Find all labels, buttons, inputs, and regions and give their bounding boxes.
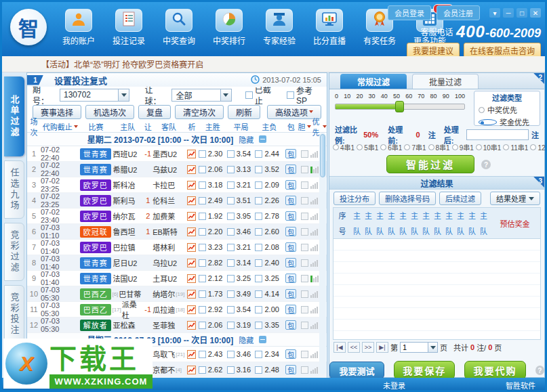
dan-checkbox[interactable] bbox=[301, 290, 308, 298]
after-count-input[interactable] bbox=[466, 129, 529, 140]
draw-checkbox[interactable] bbox=[227, 306, 235, 313]
page-input[interactable] bbox=[401, 343, 428, 352]
dan-checkbox[interactable] bbox=[301, 244, 308, 251]
match-row[interactable]: 6 07-03 01:10 欧冠联 鲁西坦 1 EB斯特 2.20 3.46 2… bbox=[27, 224, 327, 240]
lose-checkbox[interactable] bbox=[255, 197, 262, 204]
tab-normal-filter[interactable]: 常规过滤 bbox=[340, 74, 407, 89]
save-button[interactable]: 我要保存 bbox=[394, 361, 455, 380]
match-row[interactable]: 11 07-03 05:30 巴西乙 [17]派桑杜 -1 瓜拉迪[18] 2.… bbox=[27, 302, 327, 318]
dropdown-arrow-icon[interactable] bbox=[428, 343, 437, 352]
dan-checkbox[interactable] bbox=[301, 213, 308, 220]
trend-analysis-icon[interactable] bbox=[185, 321, 199, 330]
random-pick-button[interactable]: 机选场次 bbox=[85, 105, 134, 119]
trend-analysis-icon[interactable] bbox=[185, 274, 199, 283]
draw-checkbox[interactable] bbox=[227, 366, 235, 374]
trend-analysis-icon[interactable] bbox=[185, 196, 199, 205]
dan-checkbox[interactable] bbox=[301, 351, 308, 358]
draw-checkbox[interactable] bbox=[227, 181, 235, 189]
chain-radio[interactable]: 4串1 bbox=[333, 142, 354, 152]
match-row[interactable]: 10 07-03 05:30 巴西乙 [6]巴甘蒂 纳塔尔[19] 1.73 3… bbox=[27, 286, 327, 302]
maximize-icon[interactable]: □ bbox=[516, 8, 527, 18]
tab-batch-filter[interactable]: 批量过滤 bbox=[412, 74, 479, 89]
win-checkbox[interactable] bbox=[199, 244, 206, 251]
hide-link[interactable]: 隐藏 bbox=[239, 334, 254, 345]
chain-radio[interactable]: 5串1 bbox=[357, 142, 378, 152]
chain-radio[interactable]: 10串1 bbox=[476, 142, 502, 152]
lose-checkbox[interactable] bbox=[255, 166, 262, 173]
win-checkbox[interactable] bbox=[199, 213, 206, 220]
matches-scrollbar[interactable] bbox=[319, 133, 326, 374]
draw-checkbox[interactable] bbox=[227, 275, 235, 282]
match-row[interactable]: 1 07-02 22:40 世青赛 西班U2 -1 墨西U2 2.30 3.54… bbox=[27, 146, 327, 162]
lose-checkbox[interactable] bbox=[255, 181, 262, 189]
dan-checkbox[interactable] bbox=[301, 306, 308, 313]
followup-filter-button[interactable]: 后续过滤 bbox=[439, 192, 481, 205]
dan-checkbox[interactable] bbox=[301, 259, 308, 267]
bao-button[interactable]: 包 bbox=[285, 211, 296, 221]
bao-button[interactable]: 包 bbox=[285, 180, 296, 190]
draw-checkbox[interactable] bbox=[227, 213, 235, 220]
page-prev-button[interactable]: << bbox=[348, 342, 360, 353]
win-checkbox[interactable] bbox=[199, 322, 206, 329]
lose-checkbox[interactable] bbox=[255, 150, 262, 158]
dan-checkbox[interactable] bbox=[301, 150, 308, 158]
draw-checkbox[interactable] bbox=[227, 290, 235, 298]
replay-button[interactable]: 复盘 bbox=[138, 105, 171, 119]
draw-checkbox[interactable] bbox=[227, 351, 235, 358]
issue-select[interactable]: 130702 bbox=[60, 89, 129, 102]
dropdown-arrow-icon[interactable] bbox=[220, 89, 231, 101]
match-row[interactable]: 3 07-02 23:25 欧罗巴 斯科冶 卡拉巴 3.18 3.21 2.09… bbox=[27, 177, 327, 193]
match-row[interactable]: 5 07-02 23:40 欧罗巴 纳尔瓦 2 加费莱 1.92 3.95 2.… bbox=[27, 209, 327, 224]
match-row[interactable]: 9 07-03 01:40 世青赛 法国U2 土耳U2 2.12 3.25 3.… bbox=[27, 271, 327, 286]
bao-button[interactable]: 包 bbox=[285, 242, 296, 252]
page-first-button[interactable]: |◀ bbox=[333, 342, 346, 353]
trend-analysis-icon[interactable] bbox=[185, 243, 199, 252]
collapse-minus-icon[interactable] bbox=[259, 336, 266, 343]
draw-checkbox[interactable] bbox=[227, 259, 235, 267]
win-checkbox[interactable] bbox=[199, 275, 206, 282]
help-icon[interactable] bbox=[481, 160, 491, 169]
nav-my-account[interactable]: 我的账户 bbox=[58, 9, 100, 46]
page-select[interactable] bbox=[400, 342, 438, 353]
sp-checkbox[interactable]: 参考SP bbox=[287, 85, 321, 106]
lose-checkbox[interactable] bbox=[255, 351, 262, 358]
bao-button[interactable]: 包 bbox=[285, 365, 296, 374]
lose-checkbox[interactable] bbox=[255, 228, 262, 236]
lose-checkbox[interactable] bbox=[255, 259, 262, 267]
filter-type-radio[interactable]: 中奖优先 bbox=[479, 104, 535, 115]
trend-analysis-icon[interactable] bbox=[185, 350, 199, 359]
result-process-button[interactable]: 结果处理 bbox=[490, 192, 540, 205]
trend-analysis-icon[interactable] bbox=[185, 305, 199, 314]
bao-button[interactable]: 包 bbox=[285, 196, 296, 205]
trend-analysis-icon[interactable] bbox=[185, 181, 199, 190]
bet-distribution-button[interactable]: 投注分布 bbox=[333, 192, 376, 205]
win-checkbox[interactable] bbox=[199, 181, 206, 189]
col-deadline[interactable]: 代购截止 bbox=[41, 121, 80, 132]
win-checkbox[interactable] bbox=[199, 306, 206, 313]
close-icon[interactable]: ✕ bbox=[530, 8, 541, 18]
delete-selected-button[interactable]: 删除选择号码 bbox=[379, 192, 436, 205]
chain-radio[interactable]: 8串1 bbox=[428, 142, 450, 152]
page-last-button[interactable]: ▶| bbox=[376, 342, 388, 353]
lose-checkbox[interactable] bbox=[255, 290, 262, 298]
win-checkbox[interactable] bbox=[199, 150, 206, 158]
dan-checkbox[interactable] bbox=[301, 275, 308, 282]
win-checkbox[interactable] bbox=[199, 351, 206, 358]
scrollbar-thumb[interactable] bbox=[320, 134, 325, 177]
side-tab-jingcai-bet[interactable]: 竞彩投注 bbox=[4, 285, 24, 343]
side-tab-beidan-filter[interactable]: 北单过滤 bbox=[4, 77, 24, 156]
collapse-minus-icon[interactable] bbox=[259, 135, 266, 143]
dan-checkbox[interactable] bbox=[301, 166, 308, 173]
trend-analysis-icon[interactable] bbox=[185, 290, 199, 299]
dan-checkbox[interactable] bbox=[301, 181, 308, 189]
bao-button[interactable]: 包 bbox=[285, 274, 296, 283]
nav-live-score[interactable]: 比分直播 bbox=[308, 9, 350, 46]
col-dan[interactable]: 胆 bbox=[298, 121, 310, 132]
match-row[interactable]: 2 07-02 22:40 世青赛 希腊U2 乌兹U2 2.06 3.13 3.… bbox=[27, 162, 327, 177]
chain-radio[interactable]: 6串1 bbox=[380, 142, 402, 152]
dropdown-arrow-icon[interactable] bbox=[118, 89, 129, 101]
nav-prize-query[interactable]: 中奖查询 bbox=[158, 9, 200, 46]
draw-checkbox[interactable] bbox=[227, 228, 235, 236]
draw-checkbox[interactable] bbox=[227, 244, 235, 251]
match-row[interactable]: 4 07-02 23:25 欧罗巴 斯利马 1 伦科兰 2.49 3.51 2.… bbox=[27, 193, 327, 209]
